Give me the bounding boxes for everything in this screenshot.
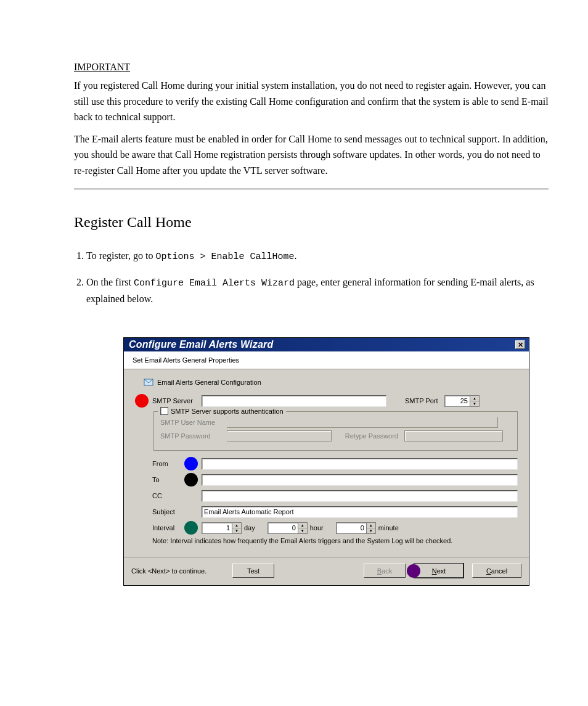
- step1-pre: To register, go to: [86, 250, 155, 261]
- callout-marker-purple: [407, 564, 420, 578]
- hour-unit: hour: [310, 524, 324, 532]
- smtp-pass-input: [227, 430, 332, 441]
- mail-icon: [144, 378, 153, 387]
- step1-path: Options > Enable CallHome: [155, 252, 294, 262]
- step-2: On the first Configure Email Alerts Wiza…: [86, 274, 551, 307]
- back-button: Back: [364, 564, 406, 578]
- config-heading: Email Alerts General Configuration: [157, 379, 261, 386]
- minute-unit: minute: [378, 524, 399, 532]
- test-button[interactable]: Test: [232, 564, 274, 578]
- subject-label: Subject: [152, 508, 202, 515]
- dialog-body: Email Alerts General Configuration SMTP …: [124, 369, 529, 551]
- smtp-user-label: SMTP User Name: [160, 419, 224, 426]
- smtp-server-input[interactable]: [202, 395, 386, 407]
- to-input[interactable]: [202, 474, 518, 486]
- spinner-down-icon[interactable]: ▼: [298, 528, 307, 533]
- spinner-up-icon[interactable]: ▲: [298, 523, 307, 528]
- auth-legend-row: SMTP Server supports authentication: [158, 407, 286, 415]
- spinner-buttons[interactable]: ▲ ▼: [470, 395, 480, 407]
- interval-note: Note: Interval indicates how frequently …: [152, 537, 518, 544]
- subject-row: Subject: [135, 505, 518, 519]
- from-row: From: [135, 457, 518, 470]
- next-button[interactable]: Next: [414, 564, 463, 578]
- dialog-title: Configure Email Alerts Wizard: [129, 339, 273, 350]
- interval-hour-input[interactable]: [267, 522, 298, 534]
- day-unit: day: [244, 524, 255, 532]
- footer-text: Click <Next> to continue.: [131, 567, 224, 575]
- smtp-pass-label: SMTP Password: [160, 432, 224, 440]
- smtp-port-spinner[interactable]: ▲ ▼: [444, 395, 480, 407]
- important-heading: IMPORTANT: [74, 62, 551, 73]
- auth-legend: SMTP Server supports authentication: [171, 408, 284, 415]
- smtp-user-input: [227, 417, 498, 428]
- cc-row: CC: [135, 489, 518, 503]
- section-title: Register Call Home: [74, 214, 551, 231]
- wizard-dialog: Configure Email Alerts Wizard ✕ Set Emai…: [123, 337, 529, 586]
- config-heading-row: Email Alerts General Configuration: [135, 378, 518, 387]
- from-label: From: [152, 460, 184, 467]
- interval-minute-spinner[interactable]: ▲▼: [336, 522, 376, 534]
- callout-marker-green: [184, 521, 198, 535]
- dialog-subheader: Set Email Alerts General Properties: [124, 351, 529, 369]
- step1-post: .: [294, 250, 296, 261]
- document-page: IMPORTANT If you registered Call Home du…: [0, 0, 588, 586]
- paragraph-2: The E-mail alerts feature must be enable…: [74, 131, 549, 179]
- spinner-down-icon[interactable]: ▼: [367, 528, 375, 533]
- steps-list: To register, go to Options > Enable Call…: [74, 248, 551, 307]
- subject-input[interactable]: [202, 506, 518, 518]
- step2-path: Configure Email Alerts Wizard: [134, 278, 295, 289]
- smtp-port-input[interactable]: [444, 395, 470, 407]
- interval-day-input[interactable]: [202, 522, 232, 534]
- interval-minute-input[interactable]: [336, 522, 367, 534]
- cancel-button[interactable]: Cancel: [472, 564, 521, 578]
- step-1: To register, go to Options > Enable Call…: [86, 248, 551, 265]
- auth-groupbox: SMTP Server supports authentication SMTP…: [153, 411, 518, 451]
- cc-input[interactable]: [202, 490, 518, 502]
- smtp-port-label: SMTP Port: [405, 397, 444, 404]
- close-icon[interactable]: ✕: [515, 340, 525, 349]
- spinner-down-icon[interactable]: ▼: [232, 528, 241, 533]
- to-label: To: [152, 476, 184, 483]
- to-row: To: [135, 473, 518, 486]
- titlebar: Configure Email Alerts Wizard ✕: [124, 338, 529, 351]
- smtp-server-label: SMTP Server: [152, 397, 202, 404]
- dialog-screenshot: Configure Email Alerts Wizard ✕ Set Emai…: [123, 337, 551, 586]
- spinner-up-icon[interactable]: ▲: [367, 523, 375, 528]
- callout-marker-blue: [184, 457, 198, 470]
- retype-pass-input: [404, 430, 503, 441]
- interval-label: Interval: [152, 524, 184, 532]
- spinner-up-icon[interactable]: ▲: [232, 523, 241, 528]
- retype-pass-label: Retype Password: [334, 432, 402, 440]
- step2-pre: On the first: [86, 277, 134, 287]
- spinner-down-icon[interactable]: ▼: [470, 401, 479, 406]
- interval-day-spinner[interactable]: ▲▼: [202, 522, 242, 534]
- divider: [74, 189, 549, 189]
- paragraph-1: If you registered Call Home during your …: [74, 78, 549, 125]
- auth-checkbox[interactable]: [160, 407, 168, 415]
- dialog-footer: Click <Next> to continue. Test Back Next…: [124, 557, 529, 585]
- callout-marker-red: [135, 394, 149, 408]
- interval-hour-spinner[interactable]: ▲▼: [267, 522, 308, 534]
- cc-label: CC: [152, 492, 202, 499]
- spinner-up-icon[interactable]: ▲: [470, 396, 479, 401]
- from-input[interactable]: [202, 458, 518, 470]
- interval-row: Interval ▲▼ day ▲▼ hour ▲▼: [135, 521, 518, 535]
- callout-marker-black: [184, 473, 198, 486]
- smtp-server-row: SMTP Server SMTP Port ▲ ▼: [135, 394, 518, 408]
